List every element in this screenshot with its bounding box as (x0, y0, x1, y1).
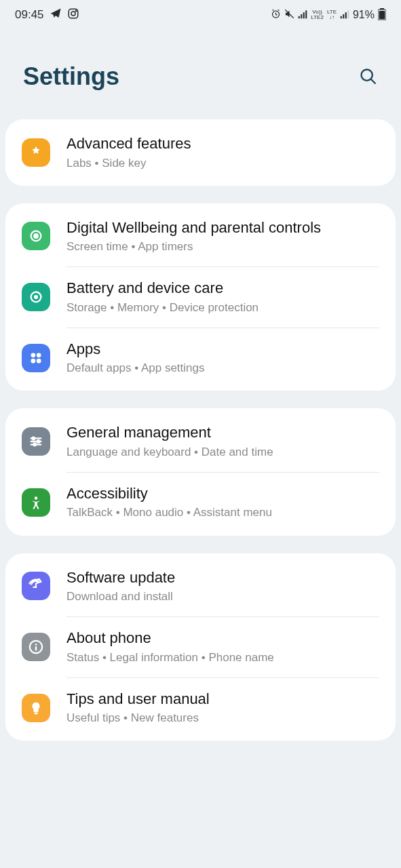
item-text: Apps Default apps • App settings (66, 340, 379, 376)
svg-point-1 (71, 12, 75, 16)
battery-care-icon (22, 283, 50, 311)
item-subtitle: Screen time • App timers (66, 239, 379, 254)
svg-point-21 (31, 353, 36, 357)
item-text: About phone Status • Legal information •… (66, 629, 379, 665)
item-title: Tips and user manual (66, 690, 379, 709)
item-title: Accessibility (66, 484, 379, 503)
item-text: General management Language and keyboard… (66, 423, 379, 460)
mute-icon (284, 9, 294, 21)
lte-icon: LTE↓↑ (327, 9, 337, 20)
battery-text: 91% (353, 9, 375, 21)
status-left: 09:45 (15, 7, 79, 23)
item-title: General management (66, 423, 379, 442)
item-text: Advanced features Labs • Side key (66, 134, 379, 171)
search-button[interactable] (359, 67, 378, 86)
item-title: Software update (66, 568, 379, 587)
signal-1-icon (298, 9, 307, 21)
tips-icon (22, 694, 50, 722)
item-text: Digital Wellbeing and parental controls … (66, 218, 379, 255)
status-bar: 09:45 Vo))LTE2 LTE↓↑ 91% (0, 0, 401, 30)
svg-rect-34 (35, 646, 37, 650)
svg-rect-4 (299, 16, 300, 18)
about-phone-icon (22, 633, 50, 661)
item-text: Battery and device care Storage • Memory… (66, 279, 379, 315)
svg-point-31 (35, 496, 38, 500)
general-management-icon (22, 427, 50, 456)
svg-rect-11 (347, 10, 349, 18)
status-time: 09:45 (15, 8, 44, 22)
svg-rect-8 (341, 16, 342, 18)
item-subtitle: Useful tips • New features (66, 711, 379, 726)
item-subtitle: TalkBack • Mono audio • Assistant menu (66, 505, 379, 520)
settings-group: Advanced features Labs • Side key (5, 119, 396, 186)
alarm-icon (271, 9, 281, 21)
settings-item-digital-wellbeing[interactable]: Digital Wellbeing and parental controls … (5, 206, 396, 267)
settings-item-tips-manual[interactable]: Tips and user manual Useful tips • New f… (5, 677, 396, 738)
item-subtitle: Labs • Side key (66, 156, 379, 171)
battery-icon (378, 8, 386, 22)
status-right: Vo))LTE2 LTE↓↑ 91% (271, 8, 386, 22)
svg-point-2 (75, 10, 77, 12)
telegram-icon (50, 7, 62, 23)
svg-rect-7 (306, 10, 307, 18)
settings-item-advanced-features[interactable]: Advanced features Labs • Side key (5, 122, 396, 183)
svg-point-28 (37, 440, 40, 443)
item-title: Advanced features (66, 134, 379, 153)
settings-item-software-update[interactable]: Software update Download and install (5, 556, 396, 617)
svg-point-18 (34, 235, 38, 239)
item-text: Tips and user manual Useful tips • New f… (66, 690, 379, 726)
item-title: Battery and device care (66, 279, 379, 298)
settings-item-apps[interactable]: Apps Default apps • App settings (5, 328, 396, 389)
settings-group: Software update Download and install Abo… (5, 553, 396, 741)
settings-group: Digital Wellbeing and parental controls … (5, 203, 396, 391)
settings-item-about-phone[interactable]: About phone Status • Legal information •… (5, 616, 396, 677)
accessibility-icon (22, 488, 50, 517)
svg-point-22 (37, 353, 41, 357)
svg-rect-10 (345, 12, 347, 18)
item-subtitle: Language and keyboard • Date and time (66, 445, 379, 460)
signal-2-icon (340, 9, 349, 21)
svg-point-24 (37, 358, 41, 363)
instagram-icon (67, 7, 79, 23)
settings-item-general-management[interactable]: General management Language and keyboard… (5, 411, 396, 472)
item-text: Accessibility TalkBack • Mono audio • As… (66, 484, 379, 521)
item-subtitle: Default apps • App settings (66, 361, 379, 376)
item-text: Software update Download and install (66, 568, 379, 605)
apps-icon (22, 344, 50, 372)
page-header: Settings (0, 30, 401, 119)
settings-item-accessibility[interactable]: Accessibility TalkBack • Mono audio • As… (5, 472, 396, 533)
item-subtitle: Storage • Memory • Device protection (66, 300, 379, 315)
svg-point-23 (31, 358, 36, 363)
svg-rect-9 (343, 14, 344, 18)
svg-point-20 (35, 296, 37, 298)
page-title: Settings (23, 62, 119, 91)
item-title: Digital Wellbeing and parental controls (66, 218, 379, 237)
item-subtitle: Status • Legal information • Phone name (66, 650, 379, 665)
search-icon (359, 67, 378, 86)
item-title: About phone (66, 629, 379, 648)
advanced-features-icon (22, 138, 50, 167)
svg-point-33 (35, 644, 37, 646)
svg-point-26 (33, 437, 35, 440)
svg-line-16 (371, 79, 376, 84)
digital-wellbeing-icon (22, 222, 50, 250)
svg-point-30 (33, 443, 36, 446)
item-subtitle: Download and install (66, 589, 379, 604)
svg-rect-35 (34, 713, 38, 714)
svg-point-15 (362, 70, 373, 81)
svg-rect-14 (379, 11, 385, 20)
settings-group: General management Language and keyboard… (5, 408, 396, 535)
volte-icon: Vo))LTE2 (311, 9, 324, 20)
svg-rect-5 (301, 14, 303, 18)
item-title: Apps (66, 340, 379, 359)
settings-item-battery-device-care[interactable]: Battery and device care Storage • Memory… (5, 267, 396, 328)
software-update-icon (22, 572, 50, 600)
svg-rect-6 (303, 12, 305, 18)
